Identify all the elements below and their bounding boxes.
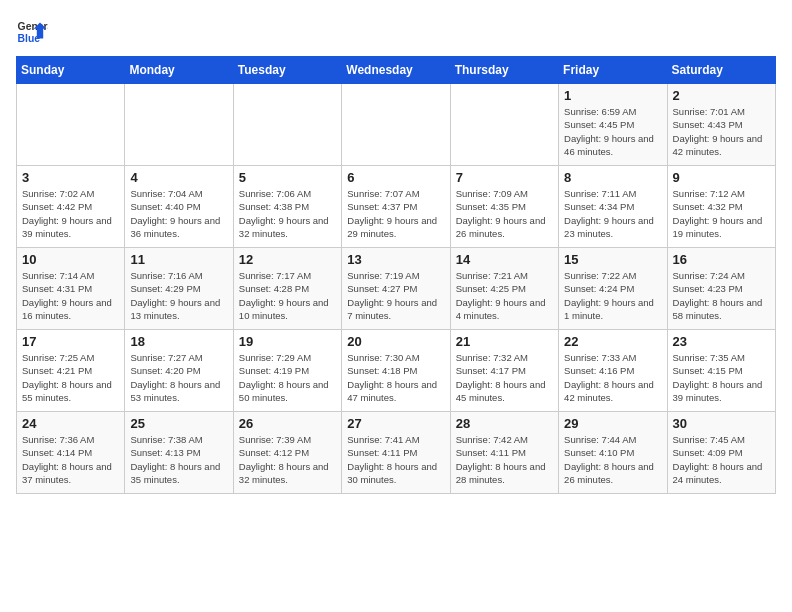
calendar-day-cell: 24Sunrise: 7:36 AM Sunset: 4:14 PM Dayli…	[17, 412, 125, 494]
calendar-day-cell: 23Sunrise: 7:35 AM Sunset: 4:15 PM Dayli…	[667, 330, 775, 412]
day-info: Sunrise: 7:27 AM Sunset: 4:20 PM Dayligh…	[130, 351, 227, 404]
logo: General Blue	[16, 16, 48, 48]
calendar-day-cell	[342, 84, 450, 166]
day-info: Sunrise: 7:45 AM Sunset: 4:09 PM Dayligh…	[673, 433, 770, 486]
day-info: Sunrise: 7:21 AM Sunset: 4:25 PM Dayligh…	[456, 269, 553, 322]
page-header: General Blue	[16, 16, 776, 48]
day-info: Sunrise: 7:14 AM Sunset: 4:31 PM Dayligh…	[22, 269, 119, 322]
weekday-header-cell: Friday	[559, 57, 667, 84]
day-info: Sunrise: 7:33 AM Sunset: 4:16 PM Dayligh…	[564, 351, 661, 404]
day-number: 18	[130, 334, 227, 349]
calendar-day-cell: 10Sunrise: 7:14 AM Sunset: 4:31 PM Dayli…	[17, 248, 125, 330]
day-info: Sunrise: 7:06 AM Sunset: 4:38 PM Dayligh…	[239, 187, 336, 240]
calendar-day-cell: 20Sunrise: 7:30 AM Sunset: 4:18 PM Dayli…	[342, 330, 450, 412]
calendar-day-cell: 2Sunrise: 7:01 AM Sunset: 4:43 PM Daylig…	[667, 84, 775, 166]
day-number: 11	[130, 252, 227, 267]
day-number: 22	[564, 334, 661, 349]
day-info: Sunrise: 7:32 AM Sunset: 4:17 PM Dayligh…	[456, 351, 553, 404]
day-number: 23	[673, 334, 770, 349]
day-info: Sunrise: 7:24 AM Sunset: 4:23 PM Dayligh…	[673, 269, 770, 322]
day-number: 15	[564, 252, 661, 267]
calendar-day-cell: 22Sunrise: 7:33 AM Sunset: 4:16 PM Dayli…	[559, 330, 667, 412]
day-info: Sunrise: 7:22 AM Sunset: 4:24 PM Dayligh…	[564, 269, 661, 322]
day-number: 26	[239, 416, 336, 431]
calendar-day-cell: 7Sunrise: 7:09 AM Sunset: 4:35 PM Daylig…	[450, 166, 558, 248]
calendar-day-cell: 28Sunrise: 7:42 AM Sunset: 4:11 PM Dayli…	[450, 412, 558, 494]
calendar-day-cell: 9Sunrise: 7:12 AM Sunset: 4:32 PM Daylig…	[667, 166, 775, 248]
calendar-day-cell: 26Sunrise: 7:39 AM Sunset: 4:12 PM Dayli…	[233, 412, 341, 494]
day-info: Sunrise: 7:17 AM Sunset: 4:28 PM Dayligh…	[239, 269, 336, 322]
day-number: 12	[239, 252, 336, 267]
day-number: 5	[239, 170, 336, 185]
day-number: 29	[564, 416, 661, 431]
day-number: 14	[456, 252, 553, 267]
calendar-day-cell: 16Sunrise: 7:24 AM Sunset: 4:23 PM Dayli…	[667, 248, 775, 330]
calendar-day-cell: 4Sunrise: 7:04 AM Sunset: 4:40 PM Daylig…	[125, 166, 233, 248]
day-number: 2	[673, 88, 770, 103]
day-number: 25	[130, 416, 227, 431]
calendar-day-cell: 21Sunrise: 7:32 AM Sunset: 4:17 PM Dayli…	[450, 330, 558, 412]
weekday-header-cell: Monday	[125, 57, 233, 84]
weekday-header-cell: Sunday	[17, 57, 125, 84]
day-number: 3	[22, 170, 119, 185]
day-info: Sunrise: 7:19 AM Sunset: 4:27 PM Dayligh…	[347, 269, 444, 322]
weekday-header-row: SundayMondayTuesdayWednesdayThursdayFrid…	[17, 57, 776, 84]
calendar-day-cell: 5Sunrise: 7:06 AM Sunset: 4:38 PM Daylig…	[233, 166, 341, 248]
day-info: Sunrise: 7:16 AM Sunset: 4:29 PM Dayligh…	[130, 269, 227, 322]
day-info: Sunrise: 7:07 AM Sunset: 4:37 PM Dayligh…	[347, 187, 444, 240]
calendar-week-row: 3Sunrise: 7:02 AM Sunset: 4:42 PM Daylig…	[17, 166, 776, 248]
calendar-day-cell: 25Sunrise: 7:38 AM Sunset: 4:13 PM Dayli…	[125, 412, 233, 494]
day-info: Sunrise: 7:02 AM Sunset: 4:42 PM Dayligh…	[22, 187, 119, 240]
calendar-day-cell: 17Sunrise: 7:25 AM Sunset: 4:21 PM Dayli…	[17, 330, 125, 412]
day-number: 21	[456, 334, 553, 349]
calendar-day-cell: 13Sunrise: 7:19 AM Sunset: 4:27 PM Dayli…	[342, 248, 450, 330]
calendar-day-cell: 29Sunrise: 7:44 AM Sunset: 4:10 PM Dayli…	[559, 412, 667, 494]
day-number: 17	[22, 334, 119, 349]
day-info: Sunrise: 7:38 AM Sunset: 4:13 PM Dayligh…	[130, 433, 227, 486]
day-number: 16	[673, 252, 770, 267]
day-number: 8	[564, 170, 661, 185]
calendar-day-cell	[450, 84, 558, 166]
weekday-header-cell: Saturday	[667, 57, 775, 84]
day-info: Sunrise: 7:25 AM Sunset: 4:21 PM Dayligh…	[22, 351, 119, 404]
calendar-day-cell	[125, 84, 233, 166]
day-info: Sunrise: 7:11 AM Sunset: 4:34 PM Dayligh…	[564, 187, 661, 240]
calendar-day-cell: 18Sunrise: 7:27 AM Sunset: 4:20 PM Dayli…	[125, 330, 233, 412]
day-number: 13	[347, 252, 444, 267]
calendar-day-cell: 19Sunrise: 7:29 AM Sunset: 4:19 PM Dayli…	[233, 330, 341, 412]
calendar-day-cell: 8Sunrise: 7:11 AM Sunset: 4:34 PM Daylig…	[559, 166, 667, 248]
calendar-day-cell: 12Sunrise: 7:17 AM Sunset: 4:28 PM Dayli…	[233, 248, 341, 330]
weekday-header-cell: Tuesday	[233, 57, 341, 84]
calendar-body: 1Sunrise: 6:59 AM Sunset: 4:45 PM Daylig…	[17, 84, 776, 494]
day-number: 4	[130, 170, 227, 185]
day-number: 30	[673, 416, 770, 431]
day-number: 7	[456, 170, 553, 185]
calendar-week-row: 1Sunrise: 6:59 AM Sunset: 4:45 PM Daylig…	[17, 84, 776, 166]
calendar-day-cell: 30Sunrise: 7:45 AM Sunset: 4:09 PM Dayli…	[667, 412, 775, 494]
calendar-day-cell	[17, 84, 125, 166]
calendar-table: SundayMondayTuesdayWednesdayThursdayFrid…	[16, 56, 776, 494]
day-info: Sunrise: 7:30 AM Sunset: 4:18 PM Dayligh…	[347, 351, 444, 404]
day-info: Sunrise: 7:44 AM Sunset: 4:10 PM Dayligh…	[564, 433, 661, 486]
logo-icon: General Blue	[16, 16, 48, 48]
day-info: Sunrise: 7:41 AM Sunset: 4:11 PM Dayligh…	[347, 433, 444, 486]
calendar-day-cell: 14Sunrise: 7:21 AM Sunset: 4:25 PM Dayli…	[450, 248, 558, 330]
weekday-header-cell: Wednesday	[342, 57, 450, 84]
calendar-day-cell: 3Sunrise: 7:02 AM Sunset: 4:42 PM Daylig…	[17, 166, 125, 248]
calendar-week-row: 10Sunrise: 7:14 AM Sunset: 4:31 PM Dayli…	[17, 248, 776, 330]
day-info: Sunrise: 6:59 AM Sunset: 4:45 PM Dayligh…	[564, 105, 661, 158]
day-number: 20	[347, 334, 444, 349]
day-info: Sunrise: 7:09 AM Sunset: 4:35 PM Dayligh…	[456, 187, 553, 240]
day-number: 27	[347, 416, 444, 431]
day-number: 10	[22, 252, 119, 267]
day-number: 19	[239, 334, 336, 349]
day-info: Sunrise: 7:04 AM Sunset: 4:40 PM Dayligh…	[130, 187, 227, 240]
calendar-day-cell: 11Sunrise: 7:16 AM Sunset: 4:29 PM Dayli…	[125, 248, 233, 330]
calendar-day-cell: 6Sunrise: 7:07 AM Sunset: 4:37 PM Daylig…	[342, 166, 450, 248]
day-info: Sunrise: 7:39 AM Sunset: 4:12 PM Dayligh…	[239, 433, 336, 486]
calendar-day-cell: 15Sunrise: 7:22 AM Sunset: 4:24 PM Dayli…	[559, 248, 667, 330]
calendar-day-cell: 1Sunrise: 6:59 AM Sunset: 4:45 PM Daylig…	[559, 84, 667, 166]
day-number: 6	[347, 170, 444, 185]
calendar-week-row: 17Sunrise: 7:25 AM Sunset: 4:21 PM Dayli…	[17, 330, 776, 412]
day-info: Sunrise: 7:12 AM Sunset: 4:32 PM Dayligh…	[673, 187, 770, 240]
